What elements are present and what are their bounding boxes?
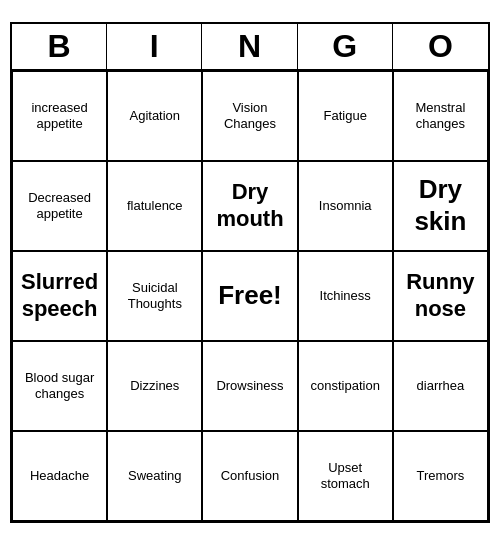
header-letter-o: O (393, 24, 488, 69)
bingo-cell-16: Dizzines (107, 341, 202, 431)
bingo-cell-2: Vision Changes (202, 71, 297, 161)
bingo-cell-4: Menstral changes (393, 71, 488, 161)
bingo-cell-19: diarrhea (393, 341, 488, 431)
bingo-cell-1: Agitation (107, 71, 202, 161)
bingo-cell-23: Upset stomach (298, 431, 393, 521)
bingo-cell-22: Confusion (202, 431, 297, 521)
bingo-cell-14: Runny nose (393, 251, 488, 341)
bingo-cell-24: Tremors (393, 431, 488, 521)
bingo-header: BINGO (12, 24, 488, 71)
bingo-cell-5: Decreased appetite (12, 161, 107, 251)
bingo-cell-12: Free! (202, 251, 297, 341)
bingo-cell-21: Sweating (107, 431, 202, 521)
bingo-grid: increased appetiteAgitationVision Change… (12, 71, 488, 521)
header-letter-i: I (107, 24, 202, 69)
bingo-cell-20: Headache (12, 431, 107, 521)
bingo-cell-9: Dry skin (393, 161, 488, 251)
bingo-cell-11: Suicidal Thoughts (107, 251, 202, 341)
bingo-cell-3: Fatigue (298, 71, 393, 161)
header-letter-n: N (202, 24, 297, 69)
header-letter-g: G (298, 24, 393, 69)
bingo-cell-17: Drowsiness (202, 341, 297, 431)
bingo-cell-7: Dry mouth (202, 161, 297, 251)
bingo-cell-0: increased appetite (12, 71, 107, 161)
bingo-cell-6: flatulence (107, 161, 202, 251)
bingo-card: BINGO increased appetiteAgitationVision … (10, 22, 490, 523)
bingo-cell-13: Itchiness (298, 251, 393, 341)
bingo-cell-15: Blood sugar changes (12, 341, 107, 431)
bingo-cell-8: Insomnia (298, 161, 393, 251)
bingo-cell-10: Slurred speech (12, 251, 107, 341)
header-letter-b: B (12, 24, 107, 69)
bingo-cell-18: constipation (298, 341, 393, 431)
